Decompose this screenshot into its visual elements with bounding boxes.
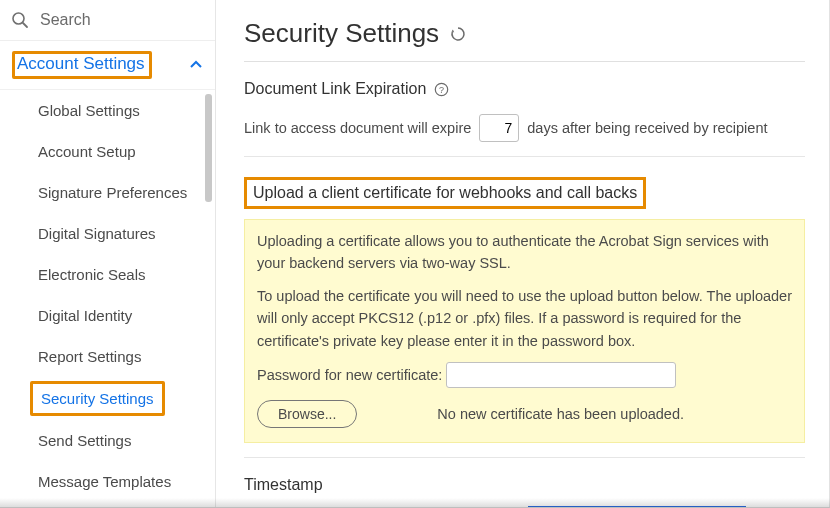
main-content: Security Settings Document Link Expirati… <box>216 0 829 507</box>
chevron-up-icon <box>189 58 203 72</box>
sidebar-item-digital-identity[interactable]: Digital Identity <box>0 295 215 336</box>
search-row <box>0 0 215 41</box>
scrollbar-thumb[interactable] <box>205 94 212 202</box>
timestamp-label-plain: Apply a timestamp to certification seals <box>274 506 529 507</box>
sidebar-item-message-templates[interactable]: Message Templates <box>0 461 215 502</box>
page-title: Security Settings <box>244 18 439 49</box>
sidebar: Account Settings Global Settings Account… <box>0 0 216 507</box>
svg-text:?: ? <box>439 85 444 95</box>
upload-para-2: To upload the certificate you will need … <box>257 285 792 352</box>
sidebar-item-account-setup[interactable]: Account Setup <box>0 131 215 172</box>
sidebar-item-send-settings[interactable]: Send Settings <box>0 420 215 461</box>
section-upload-cert: Upload a client certificate for webhooks… <box>244 157 805 458</box>
cert-password-input[interactable] <box>446 362 676 388</box>
browse-button[interactable]: Browse... <box>257 400 357 428</box>
sidebar-item-report-settings[interactable]: Report Settings <box>0 336 215 377</box>
section-link-expiration: Document Link Expiration ? Link to acces… <box>244 62 805 157</box>
svg-marker-2 <box>452 29 455 32</box>
upload-para-1: Uploading a certificate allows you to au… <box>257 230 792 275</box>
search-icon <box>10 10 30 30</box>
sidebar-item-global-settings[interactable]: Global Settings <box>0 90 215 131</box>
sidebar-item-digital-signatures[interactable]: Digital Signatures <box>0 213 215 254</box>
expire-days-input[interactable] <box>479 114 519 142</box>
search-input[interactable] <box>38 10 203 30</box>
upload-cert-panel: Uploading a certificate allows you to au… <box>244 219 805 443</box>
sidebar-section-account-settings[interactable]: Account Settings <box>0 41 215 90</box>
section-heading-link-expiration: Document Link Expiration <box>244 80 426 98</box>
section-heading-timestamp: Timestamp <box>244 476 323 494</box>
svg-line-1 <box>23 23 27 27</box>
sidebar-item-signature-preferences[interactable]: Signature Preferences <box>0 172 215 213</box>
expire-prefix: Link to access document will expire <box>244 120 471 136</box>
sidebar-nav: Global Settings Account Setup Signature … <box>0 90 215 507</box>
sidebar-item-security-settings[interactable]: Security Settings <box>30 381 165 416</box>
section-heading-upload-cert: Upload a client certificate for webhooks… <box>244 177 646 209</box>
sidebar-section-label: Account Settings <box>12 51 152 79</box>
section-timestamp: Timestamp Apply a timestamp to certifica… <box>244 458 805 507</box>
password-label: Password for new certificate: <box>257 364 442 386</box>
expire-suffix: days after being received by recipient <box>527 120 767 136</box>
refresh-icon[interactable] <box>449 25 467 43</box>
upload-status: No new certificate has been uploaded. <box>437 403 684 425</box>
help-icon[interactable]: ? <box>434 82 449 97</box>
sidebar-item-electronic-seals[interactable]: Electronic Seals <box>0 254 215 295</box>
svg-point-0 <box>13 13 24 24</box>
